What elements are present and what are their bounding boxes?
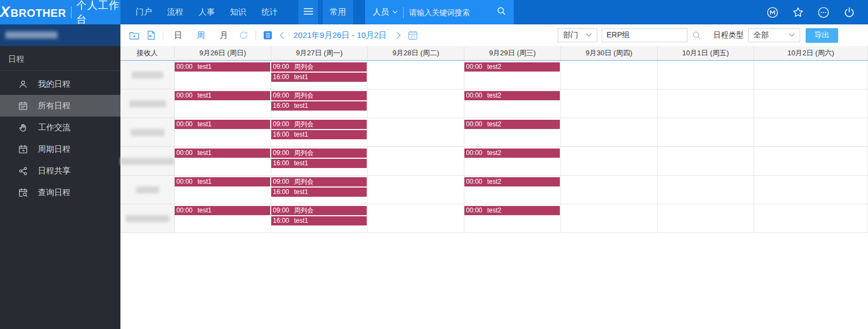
- event-bar[interactable]: 00:00test2: [464, 120, 560, 129]
- next-week-chevron-icon[interactable]: [396, 31, 401, 39]
- view-week-button[interactable]: 周: [193, 30, 209, 41]
- event-bar[interactable]: 00:00test2: [464, 149, 560, 158]
- event-bar[interactable]: 16:00test1: [271, 159, 367, 168]
- event-bar[interactable]: 09:00周列会: [271, 149, 367, 158]
- event-bar[interactable]: 09:00周列会: [271, 206, 367, 215]
- day-cell[interactable]: [368, 118, 464, 147]
- export-button[interactable]: 导出: [806, 28, 838, 43]
- day-cell[interactable]: [658, 89, 754, 118]
- event-bar[interactable]: 09:00周列会: [271, 177, 367, 186]
- refresh-icon[interactable]: [239, 30, 248, 40]
- day-cell[interactable]: [754, 204, 868, 233]
- agenda-list-icon[interactable]: [263, 30, 272, 40]
- nav-item-1[interactable]: 门户: [128, 0, 159, 24]
- day-cell[interactable]: [368, 147, 464, 176]
- schedule-type-select[interactable]: 全部: [748, 28, 800, 42]
- nav-item-4[interactable]: 知识: [222, 0, 254, 24]
- nav-item-5[interactable]: 统计: [254, 0, 285, 24]
- date-picker-calendar-icon[interactable]: [408, 30, 418, 40]
- day-cell[interactable]: 00:00test1: [175, 89, 271, 118]
- search-input[interactable]: [409, 8, 492, 17]
- event-bar[interactable]: 00:00test2: [464, 206, 560, 215]
- filter-search-icon[interactable]: [692, 31, 701, 40]
- event-bar[interactable]: 00:00test1: [175, 177, 270, 186]
- department-select[interactable]: 部门: [558, 28, 597, 42]
- nav-item-2[interactable]: 流程: [159, 0, 191, 24]
- day-cell[interactable]: 09:00周列会16:00test1: [271, 89, 368, 118]
- event-bar[interactable]: 09:00周列会: [271, 62, 367, 72]
- day-cell[interactable]: [754, 61, 868, 89]
- sidebar-item-5[interactable]: 日程共享: [0, 160, 120, 182]
- day-cell[interactable]: 00:00test2: [464, 204, 561, 233]
- day-cell[interactable]: 09:00周列会16:00test1: [271, 147, 368, 176]
- event-bar[interactable]: 00:00test1: [175, 120, 270, 129]
- day-cell[interactable]: 00:00test2: [464, 61, 561, 89]
- event-bar[interactable]: 16:00test1: [271, 188, 367, 197]
- sidebar-item-2[interactable]: 所有日程: [0, 95, 120, 117]
- day-cell[interactable]: 09:00周列会16:00test1: [271, 204, 368, 233]
- event-bar[interactable]: 00:00test1: [175, 149, 270, 158]
- event-bar[interactable]: 00:00test1: [175, 91, 270, 100]
- view-day-button[interactable]: 日: [170, 30, 186, 41]
- sidebar-item-1[interactable]: 我的日程: [0, 73, 120, 95]
- keyword-input[interactable]: [602, 28, 687, 42]
- nav-item-3[interactable]: 人事: [191, 0, 222, 24]
- day-cell[interactable]: 00:00test1: [175, 147, 271, 176]
- day-cell[interactable]: [368, 176, 464, 204]
- day-cell[interactable]: [754, 89, 868, 118]
- search-icon[interactable]: [497, 7, 506, 18]
- day-cell[interactable]: [368, 204, 464, 233]
- search-category-dropdown[interactable]: 人员: [373, 7, 398, 17]
- event-bar[interactable]: 00:00test1: [175, 62, 270, 72]
- event-bar[interactable]: 00:00test1: [175, 206, 270, 215]
- day-cell[interactable]: 09:00周列会16:00test1: [271, 176, 368, 204]
- sidebar-item-3[interactable]: 工作交流: [0, 117, 120, 138]
- day-cell[interactable]: 09:00周列会16:00test1: [271, 61, 368, 89]
- day-cell[interactable]: 00:00test2: [464, 118, 561, 147]
- day-cell[interactable]: [561, 89, 658, 118]
- day-cell[interactable]: [561, 204, 658, 233]
- more-options-icon[interactable]: [818, 7, 829, 18]
- day-cell[interactable]: 00:00test2: [464, 147, 561, 176]
- sidebar-item-6[interactable]: 查询日程: [0, 182, 120, 203]
- day-cell[interactable]: [658, 61, 754, 89]
- event-bar[interactable]: 00:00test2: [464, 177, 560, 186]
- new-folder-icon[interactable]: [129, 31, 139, 40]
- prev-week-chevron-icon[interactable]: [279, 31, 284, 39]
- day-cell[interactable]: [368, 61, 464, 89]
- day-cell[interactable]: 00:00test2: [464, 176, 561, 204]
- event-bar[interactable]: 16:00test1: [271, 216, 367, 225]
- sidebar-item-4[interactable]: 周期日程: [0, 138, 120, 160]
- day-cell[interactable]: 00:00test1: [175, 118, 271, 147]
- view-month-button[interactable]: 月: [216, 30, 232, 41]
- messages-icon[interactable]: [767, 7, 778, 18]
- day-cell[interactable]: [561, 118, 658, 147]
- event-bar[interactable]: 00:00test2: [464, 91, 560, 100]
- event-bar[interactable]: 09:00周列会: [271, 120, 367, 129]
- day-cell[interactable]: 00:00test1: [175, 204, 271, 233]
- day-cell[interactable]: [658, 176, 754, 204]
- day-cell[interactable]: 00:00test1: [175, 61, 271, 89]
- power-logout-icon[interactable]: [843, 7, 855, 18]
- day-cell[interactable]: [754, 176, 868, 204]
- frequent-button[interactable]: 常用: [323, 0, 353, 24]
- day-cell[interactable]: [561, 147, 658, 176]
- day-cell[interactable]: [368, 89, 464, 118]
- day-cell[interactable]: [754, 147, 868, 176]
- day-cell[interactable]: 09:00周列会16:00test1: [271, 118, 368, 147]
- event-bar[interactable]: 09:00周列会: [271, 91, 367, 100]
- day-cell[interactable]: [754, 118, 868, 147]
- event-bar[interactable]: 16:00test1: [271, 73, 367, 82]
- day-cell[interactable]: [658, 204, 754, 233]
- import-schedule-icon[interactable]: [146, 30, 156, 40]
- day-cell[interactable]: [561, 61, 658, 89]
- event-bar[interactable]: 16:00test1: [271, 130, 367, 139]
- day-cell[interactable]: [658, 147, 754, 176]
- event-bar[interactable]: 16:00test1: [271, 101, 367, 111]
- event-bar[interactable]: 00:00test2: [464, 62, 560, 72]
- day-cell[interactable]: [658, 118, 754, 147]
- favorites-star-icon[interactable]: [792, 7, 804, 18]
- day-cell[interactable]: 00:00test2: [464, 89, 561, 118]
- day-cell[interactable]: [561, 176, 658, 204]
- apps-menu-button[interactable]: [298, 0, 318, 24]
